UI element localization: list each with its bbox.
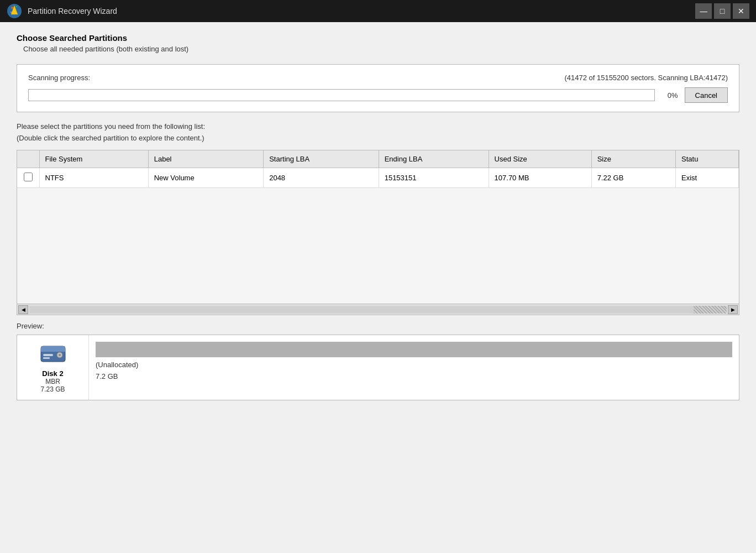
page-title: Choose Searched Partitions: [17, 33, 739, 43]
title-bar-controls: — □ ✕: [695, 3, 749, 19]
disk-partition-size: 7.2 GB: [96, 372, 732, 380]
col-label: Label: [148, 150, 263, 168]
scan-label: Scanning progress:: [28, 74, 90, 82]
progress-percent: 0%: [662, 91, 678, 100]
disk-info-panel: Disk 2 MBR 7.23 GB: [17, 335, 89, 400]
scan-box: Scanning progress: (41472 of 15155200 se…: [17, 64, 739, 112]
svg-rect-10: [43, 354, 53, 356]
instructions-line1: Please select the partitions you need fr…: [17, 121, 739, 133]
svg-point-3: [16, 6, 18, 8]
svg-point-2: [11, 7, 13, 9]
disk-type: MBR: [45, 378, 60, 385]
page-subtitle: Choose all needed partitions (both exist…: [23, 45, 739, 53]
preview-label: Preview:: [17, 322, 739, 330]
col-filesystem: File System: [39, 150, 148, 168]
disk-visual-panel: (Unallocated) 7.2 GB: [89, 335, 739, 400]
minimize-button[interactable]: —: [695, 3, 712, 19]
disk-name: Disk 2: [42, 369, 63, 378]
col-used-size: Used Size: [489, 150, 591, 168]
close-button[interactable]: ✕: [733, 3, 749, 19]
scroll-right-button[interactable]: ▶: [728, 305, 738, 314]
instructions: Please select the partitions you need fr…: [17, 121, 739, 144]
disk-icon: [39, 342, 67, 366]
instructions-line2: (Double click the searched partition to …: [17, 133, 739, 144]
table-header-row: File System Label Starting LBA Ending LB…: [17, 150, 739, 168]
row-size: 7.22 GB: [591, 168, 675, 187]
disk-size: 7.23 GB: [40, 385, 65, 393]
col-starting-lba: Starting LBA: [264, 150, 379, 168]
row-ending-lba: 15153151: [379, 168, 489, 187]
partition-table-container: File System Label Starting LBA Ending LB…: [17, 150, 739, 316]
row-checkbox[interactable]: [24, 173, 33, 181]
row-label: New Volume: [148, 168, 263, 187]
scan-info: (41472 of 15155200 sectors. Scanning LBA…: [564, 74, 728, 82]
col-checkbox: [17, 150, 39, 168]
row-checkbox-cell[interactable]: [17, 168, 39, 187]
horizontal-scrollbar[interactable]: ◀ ▶: [17, 304, 739, 315]
preview-box: Disk 2 MBR 7.23 GB (Unallocated) 7.2 GB: [17, 335, 739, 400]
col-ending-lba: Ending LBA: [379, 150, 489, 168]
row-starting-lba: 2048: [264, 168, 379, 187]
svg-point-9: [59, 354, 61, 356]
col-status: Statu: [676, 150, 739, 168]
scroll-left-button[interactable]: ◀: [18, 305, 28, 314]
table-row: NTFS New Volume 2048 15153151 107.70 MB …: [17, 168, 739, 187]
app-icon: [7, 3, 22, 19]
svg-point-4: [11, 12, 12, 13]
row-status: Exist: [676, 168, 739, 187]
svg-rect-11: [43, 357, 50, 359]
scroll-track[interactable]: [29, 306, 727, 314]
disk-partition-label: (Unallocated): [96, 361, 732, 369]
main-content: Choose Searched Partitions Choose all ne…: [0, 22, 756, 411]
svg-rect-7: [41, 349, 65, 352]
progress-bar: [28, 89, 655, 101]
maximize-button[interactable]: □: [714, 3, 731, 19]
scroll-thumb[interactable]: [694, 306, 727, 314]
title-bar-text: Partition Recovery Wizard: [28, 7, 117, 15]
partition-table: File System Label Starting LBA Ending LB…: [17, 150, 739, 304]
title-bar: Partition Recovery Wizard — □ ✕: [0, 0, 756, 22]
row-used-size: 107.70 MB: [489, 168, 591, 187]
col-size: Size: [591, 150, 675, 168]
disk-bar: [96, 342, 732, 357]
cancel-button[interactable]: Cancel: [685, 87, 728, 103]
row-filesystem: NTFS: [39, 168, 148, 187]
